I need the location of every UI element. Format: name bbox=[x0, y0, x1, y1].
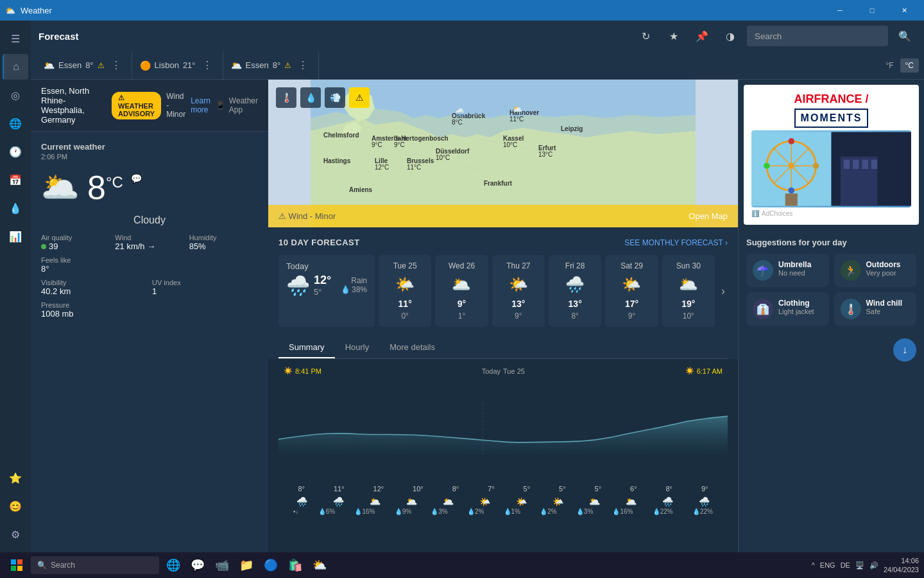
sidebar-item-profile[interactable]: 😊 bbox=[3, 493, 28, 519]
wind-item: Wind 21 km/h → bbox=[115, 234, 184, 251]
forecast-wed26-low: 1° bbox=[458, 311, 465, 320]
advisory-app-label: Weather App bbox=[229, 96, 258, 114]
warning-tool-button[interactable]: ⚠ bbox=[349, 87, 370, 108]
outdoors-value: Very poor bbox=[866, 269, 901, 277]
fahrenheit-button[interactable]: °F bbox=[880, 58, 898, 73]
pin-button[interactable]: 📌 bbox=[690, 24, 714, 48]
forecast-day-fri28[interactable]: Fri 28 🌧️ 13° 8° bbox=[549, 255, 601, 327]
taskbar-app-video[interactable]: 📹 bbox=[210, 554, 234, 577]
refresh-button[interactable]: ↻ bbox=[634, 24, 657, 48]
tray-monitor-icon[interactable]: 🖥️ bbox=[855, 561, 864, 570]
svg-rect-53 bbox=[11, 559, 16, 565]
taskbar-app-files[interactable]: 📁 bbox=[235, 554, 258, 577]
ad-image bbox=[751, 130, 911, 207]
favorite-button[interactable]: ★ bbox=[662, 24, 685, 48]
forecast-fri28-low: 8° bbox=[571, 311, 578, 320]
sidebar-item-history[interactable]: 🕐 bbox=[3, 139, 28, 164]
ad-info-icon: ℹ️ bbox=[751, 210, 759, 217]
location-tab-essen1[interactable]: 🌥️ Essen 8° ⚠ ⋮ bbox=[36, 51, 132, 80]
wind-chill-label: Wind chill bbox=[866, 299, 903, 308]
forecast-day-thu27[interactable]: Thu 27 🌤️ 13° 9° bbox=[492, 255, 545, 327]
search-input[interactable] bbox=[747, 26, 888, 46]
tab-hourly[interactable]: Hourly bbox=[335, 337, 380, 358]
forecast-today-temps: 12° 5° bbox=[314, 274, 331, 297]
advisory-app-link[interactable]: 📱 Weather App bbox=[216, 96, 258, 114]
essen2-name: Essen bbox=[246, 60, 269, 70]
lisbon-more-icon[interactable]: ⋮ bbox=[200, 59, 215, 71]
taskbar-clock[interactable]: 14:06 24/04/2023 bbox=[884, 556, 919, 575]
search-button[interactable]: 🔍 bbox=[893, 24, 916, 48]
sidebar-item-calendar[interactable]: 📅 bbox=[3, 167, 28, 193]
suggestion-outdoors: 🏃 Outdoors Very poor bbox=[834, 254, 917, 287]
advisory-badge: ⚠ WEATHER ADVISORY bbox=[112, 92, 161, 119]
uv-item: UV index 1 bbox=[152, 279, 258, 296]
essen2-more-icon[interactable]: ⋮ bbox=[295, 59, 311, 71]
forecast-today-icon: 🌧️ bbox=[286, 274, 310, 297]
tab-summary[interactable]: Summary bbox=[278, 337, 335, 358]
map-overlay: ⚠ Wind - Minor Open Map bbox=[268, 205, 738, 227]
forecast-monthly-link[interactable]: SEE MONTHLY FORECAST › bbox=[624, 238, 728, 247]
taskbar-app-chat[interactable]: 💬 bbox=[186, 554, 209, 577]
chart-rain-3: 💧9% bbox=[395, 508, 411, 515]
sunset-label: ☀️ 8:41 PM bbox=[284, 367, 321, 375]
tray-chevron-icon[interactable]: ^ bbox=[812, 561, 815, 569]
chart-icon-2: 🌥️ bbox=[370, 496, 381, 507]
tab-more-details[interactable]: More details bbox=[379, 337, 445, 358]
essen1-more-icon[interactable]: ⋮ bbox=[108, 59, 124, 71]
tray-speaker-icon[interactable]: 🔊 bbox=[869, 561, 878, 570]
chart-temp-4: 8° bbox=[452, 485, 459, 493]
current-temperature: 8°C bbox=[87, 168, 123, 207]
current-weather: Current weather 2:06 PM 🌥️ 8°C 💬 Cloudy … bbox=[31, 132, 268, 329]
taskbar-search-box[interactable]: 🔍 Search bbox=[31, 556, 159, 574]
thermometer-tool-button[interactable]: 🌡️ bbox=[276, 87, 296, 108]
current-temp-unit: °C bbox=[106, 173, 123, 191]
scroll-down-button[interactable]: ↓ bbox=[893, 338, 916, 362]
ad-ferris-wheel bbox=[751, 130, 911, 207]
advisory-learn-more-link[interactable]: Learn more bbox=[191, 96, 210, 114]
ad-footer: ℹ️ AdChoices bbox=[751, 210, 911, 217]
close-button[interactable]: ✕ bbox=[889, 0, 919, 21]
taskbar-app-weather[interactable]: ⛅ bbox=[308, 554, 331, 577]
sidebar-item-settings[interactable]: ⚙ bbox=[3, 521, 28, 547]
dark-mode-button[interactable]: ◑ bbox=[719, 24, 742, 48]
sun-labels: ☀️ 8:41 PM Today Tue 25 ☀️ 6:17 AM bbox=[278, 367, 728, 375]
wind-tool-button[interactable]: 💨 bbox=[325, 87, 345, 108]
forecast-day-sat29[interactable]: Sat 29 🌤️ 17° 9° bbox=[605, 255, 658, 327]
taskbar-app-edge[interactable]: 🔵 bbox=[259, 554, 282, 577]
forecast-thu27-high: 13° bbox=[511, 299, 525, 309]
start-button[interactable] bbox=[5, 554, 28, 577]
chart-temp-11: 9° bbox=[701, 485, 708, 493]
sidebar-item-health[interactable]: 💧 bbox=[3, 195, 28, 221]
sidebar-item-favorites[interactable]: ⭐ bbox=[3, 465, 28, 491]
forecast-day-sun30[interactable]: Sun 30 🌥️ 19° 10° bbox=[662, 255, 715, 327]
sidebar-item-location[interactable]: ◎ bbox=[3, 82, 28, 108]
clothing-icon: 👔 bbox=[753, 299, 773, 319]
location-tab-essen2[interactable]: 🌥️ Essen 8° ⚠ ⋮ bbox=[223, 51, 320, 80]
forecast-day-tue25[interactable]: Tue 25 🌤️ 11° 0° bbox=[379, 255, 431, 327]
sidebar-item-menu[interactable]: ☰ bbox=[3, 26, 28, 51]
open-map-button[interactable]: Open Map bbox=[689, 211, 728, 221]
forecast-today-card[interactable]: Today 🌧️ 12° 5° bbox=[278, 255, 375, 327]
chart-rain-7: 💧2% bbox=[540, 508, 556, 515]
sidebar-item-globe[interactable]: 🌐 bbox=[3, 110, 28, 136]
sidebar-item-chart[interactable]: 📊 bbox=[3, 223, 28, 249]
forecast-day-wed26[interactable]: Wed 26 🌥️ 9° 1° bbox=[435, 255, 488, 327]
taskbar-app-browser[interactable]: 🌐 bbox=[162, 554, 185, 577]
forecast-title: 10 DAY FORECAST bbox=[278, 238, 360, 247]
svg-point-45 bbox=[764, 162, 770, 169]
sidebar-item-home[interactable]: ⌂ bbox=[3, 54, 28, 80]
taskbar-app-store[interactable]: 🛍️ bbox=[284, 554, 307, 577]
detail-row-2: Visibility 40.2 km UV index 1 Pressure 1… bbox=[41, 279, 258, 319]
current-temp-value: 8 bbox=[87, 169, 106, 206]
chart-rain-11: 💧22% bbox=[692, 508, 713, 515]
maximize-button[interactable]: □ bbox=[857, 0, 887, 21]
scroll-down-container: ↓ bbox=[739, 333, 924, 367]
forecast-tue25-icon: 🌤️ bbox=[395, 276, 415, 293]
celsius-button[interactable]: °C bbox=[900, 58, 919, 73]
location-tab-lisbon[interactable]: 🟠 Lisbon 21° ⋮ bbox=[132, 51, 223, 80]
pressure-label: Pressure bbox=[41, 301, 147, 309]
chart-temp-3: 10° bbox=[413, 485, 424, 493]
forecast-next-button[interactable]: › bbox=[719, 285, 728, 298]
rain-tool-button[interactable]: 💧 bbox=[300, 87, 321, 108]
minimize-button[interactable]: ─ bbox=[825, 0, 855, 21]
